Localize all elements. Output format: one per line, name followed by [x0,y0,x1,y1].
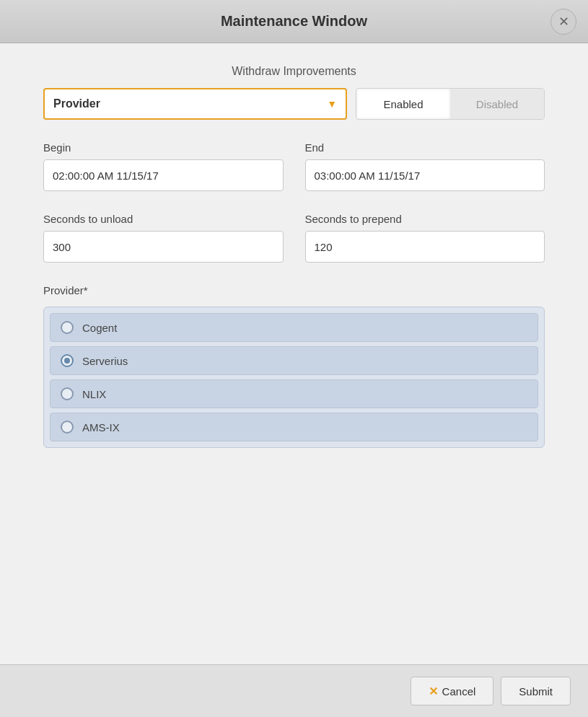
provider-name: AMS-IX [82,421,120,434]
dialog-body: Withdraw Improvements Provider ▼ Enabled… [0,43,588,664]
begin-end-row: Begin End [43,141,545,191]
cancel-label: Cancel [442,685,476,698]
withdraw-label: Withdraw Improvements [43,65,545,78]
radio-circle [61,421,74,434]
close-button[interactable]: ✕ [550,9,576,35]
radio-dot [64,358,70,364]
begin-field: Begin [43,141,284,191]
provider-name: NLIX [82,388,106,400]
radio-circle [61,354,74,367]
seconds-unload-input[interactable] [43,231,284,263]
provider-name: Serverius [82,355,128,367]
provider-item[interactable]: Cogent [50,313,538,342]
provider-dropdown[interactable]: Provider ▼ [43,88,347,120]
seconds-unload-field: Seconds to unload [43,213,284,263]
seconds-prepend-label: Seconds to prepend [305,213,545,225]
provider-section-label: Provider* [43,284,545,296]
end-label: End [305,141,545,154]
seconds-prepend-field: Seconds to prepend [305,213,545,263]
cancel-icon: ✕ [429,685,438,698]
provider-list: CogentServeriusNLIXAMS-IX [43,307,545,448]
disabled-toggle-button[interactable]: Disabled [450,89,544,119]
end-input[interactable] [305,159,545,191]
maintenance-window-dialog: Maintenance Window ✕ Withdraw Improvemen… [0,0,588,717]
provider-section: Provider* CogentServeriusNLIXAMS-IX [43,284,545,448]
dialog-footer: ✕ Cancel Submit [0,664,588,717]
radio-circle [61,387,74,400]
begin-input[interactable] [43,159,284,191]
provider-name: Cogent [82,322,117,334]
top-row: Provider ▼ Enabled Disabled [43,88,545,120]
dialog-header: Maintenance Window ✕ [0,0,588,43]
provider-item[interactable]: NLIX [50,379,538,408]
chevron-down-icon: ▼ [327,98,337,110]
cancel-button[interactable]: ✕ Cancel [411,677,494,705]
radio-circle [61,321,74,334]
seconds-unload-label: Seconds to unload [43,213,284,225]
enabled-disabled-toggle: Enabled Disabled [356,88,545,120]
seconds-row: Seconds to unload Seconds to prepend [43,213,545,263]
begin-label: Begin [43,141,284,154]
provider-item[interactable]: Serverius [50,346,538,375]
submit-button[interactable]: Submit [501,677,571,705]
close-icon: ✕ [558,14,569,30]
provider-dropdown-text: Provider [53,97,100,110]
dialog-title: Maintenance Window [221,13,367,30]
enabled-toggle-button[interactable]: Enabled [356,89,450,119]
end-field: End [305,141,545,191]
provider-item[interactable]: AMS-IX [50,413,538,441]
seconds-prepend-input[interactable] [305,231,545,263]
